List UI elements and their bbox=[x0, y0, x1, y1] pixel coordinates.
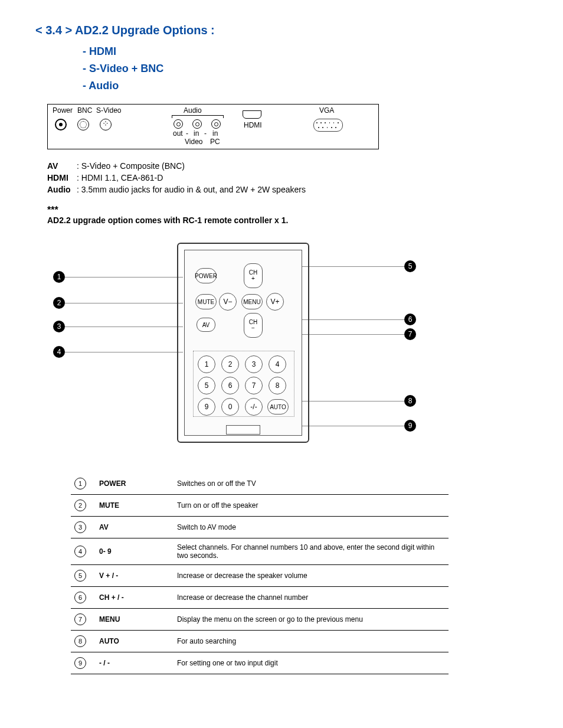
remote-digit-4: 4 bbox=[269, 355, 286, 373]
remote-ir-window bbox=[226, 425, 260, 435]
remote-body: POWER CH + MUTE V− MENU V+ AV CH − 1 2 3… bbox=[184, 250, 302, 436]
legend-desc-cell: Switches on or off the TV bbox=[174, 473, 449, 495]
legend-number-cell: 2 bbox=[71, 495, 96, 517]
legend-number-badge: 6 bbox=[74, 592, 86, 603]
remote-av-button: AV bbox=[197, 318, 215, 332]
svideo-port-icon bbox=[100, 119, 112, 130]
legend-number-cell: 6 bbox=[71, 587, 96, 609]
legend-key-cell: CH + / - bbox=[96, 587, 174, 609]
callout-5: 5 bbox=[404, 260, 416, 272]
callout-8: 8 bbox=[404, 395, 416, 407]
legend-key-cell: MENU bbox=[96, 609, 174, 631]
vga-port-icon bbox=[313, 119, 343, 132]
remote-vol-down-button: V− bbox=[219, 293, 237, 311]
definitions-block: AV: S-Video + Composite (BNC) HDMI: HDMI… bbox=[47, 161, 528, 194]
legend-desc-cell: Display the menu on the screen or go to … bbox=[174, 609, 449, 631]
remote-digit-3: 3 bbox=[245, 355, 263, 373]
sub-heading-hdmi: - HDMI bbox=[83, 45, 528, 58]
leader-7 bbox=[301, 334, 404, 335]
bnc-port-icon bbox=[77, 119, 89, 130]
port-panel: Power BNC S-Video Audio out - in - in Vi… bbox=[47, 104, 379, 149]
label-out: out bbox=[173, 129, 183, 138]
legend-desc-cell: Increase or decrease the speaker volume bbox=[174, 565, 449, 587]
remote-auto-button: AUTO bbox=[267, 399, 289, 414]
callout-3: 3 bbox=[53, 321, 65, 332]
legend-number-cell: 7 bbox=[71, 609, 96, 631]
label-hdmi: HDMI bbox=[244, 121, 262, 129]
label-bnc: BNC bbox=[77, 106, 92, 115]
table-row: 3AVSwitch to AV mode bbox=[71, 517, 449, 538]
legend-number-badge: 5 bbox=[74, 570, 86, 582]
remote-digit-2: 2 bbox=[221, 355, 239, 373]
audio-out-jack-icon bbox=[174, 119, 183, 129]
legend-number-badge: 7 bbox=[74, 613, 86, 625]
audio-group-bar bbox=[172, 115, 224, 118]
legend-key-cell: AV bbox=[96, 517, 174, 538]
def-hdmi-key: HDMI bbox=[47, 173, 77, 182]
audio-in-video-jack-icon bbox=[192, 119, 202, 129]
note-line: AD2.2 upgrade option comes with RC-1 rem… bbox=[47, 216, 528, 225]
ch-up-text-bot: + bbox=[251, 276, 255, 282]
label-in-2: in bbox=[212, 129, 218, 138]
leader-8 bbox=[301, 401, 404, 401]
ch-down-text-bot: − bbox=[251, 325, 255, 331]
legend-number-cell: 8 bbox=[71, 631, 96, 652]
legend-desc-cell: For auto searching bbox=[174, 631, 449, 652]
def-hdmi-val: : HDMI 1.1, CEA-861-D bbox=[77, 173, 163, 182]
legend-desc-cell: Switch to AV mode bbox=[174, 517, 449, 538]
remote-twodigit-button: -/- bbox=[245, 398, 263, 416]
leader-2 bbox=[65, 303, 183, 303]
label-in-1: in bbox=[194, 129, 199, 138]
sub-heading-audio: - Audio bbox=[83, 80, 528, 92]
note-stars: *** bbox=[47, 205, 528, 216]
leader-1 bbox=[65, 277, 183, 278]
legend-number-badge: 3 bbox=[74, 521, 86, 533]
label-power: Power bbox=[53, 106, 73, 115]
legend-number-cell: 9 bbox=[71, 652, 96, 674]
remote-digit-5: 5 bbox=[198, 377, 215, 394]
remote-digit-1: 1 bbox=[198, 355, 215, 373]
legend-key-cell: AUTO bbox=[96, 631, 174, 652]
remote-digit-7: 7 bbox=[245, 377, 263, 394]
remote-digit-8: 8 bbox=[269, 377, 286, 394]
legend-number-cell: 5 bbox=[71, 565, 96, 587]
audio-in-pc-jack-icon bbox=[211, 119, 221, 129]
remote-digit-0: 0 bbox=[221, 398, 239, 416]
legend-desc-cell: Select channels. For channel numbers 10 … bbox=[174, 538, 449, 565]
leader-4 bbox=[65, 352, 183, 352]
note-block: *** AD2.2 upgrade option comes with RC-1… bbox=[47, 205, 528, 225]
remote-ch-up-button: CH + bbox=[244, 263, 263, 288]
label-audio: Audio bbox=[184, 106, 202, 115]
legend-desc-cell: Turn on or off the speaker bbox=[174, 495, 449, 517]
table-row: 1POWERSwitches on or off the TV bbox=[71, 473, 449, 495]
callout-2: 2 bbox=[53, 297, 65, 309]
legend-desc-cell: Increase or decrease the channel number bbox=[174, 587, 449, 609]
sub-heading-svideo-bnc: - S-Video + BNC bbox=[83, 63, 528, 75]
label-svideo: S-Video bbox=[96, 106, 121, 115]
remote-power-button: POWER bbox=[195, 268, 217, 283]
table-row: 2MUTETurn on or off the speaker bbox=[71, 495, 449, 517]
table-row: 7MENUDisplay the menu on the screen or g… bbox=[71, 609, 449, 631]
def-audio-val: : 3.5mm audio jacks for audio in & out, … bbox=[77, 185, 306, 194]
remote-mute-button: MUTE bbox=[195, 294, 217, 309]
table-row: 5V + / -Increase or decrease the speaker… bbox=[71, 565, 449, 587]
callout-9: 9 bbox=[404, 420, 416, 432]
def-av-key: AV bbox=[47, 161, 77, 171]
table-row: 8AUTOFor auto searching bbox=[71, 631, 449, 652]
callout-1: 1 bbox=[53, 271, 65, 283]
legend-key-cell: MUTE bbox=[96, 495, 174, 517]
legend-number-badge: 9 bbox=[74, 657, 86, 669]
section-heading: < 3.4 > AD2.2 Upgrade Options : bbox=[35, 24, 528, 37]
power-port-icon bbox=[55, 119, 67, 130]
legend-key-cell: POWER bbox=[96, 473, 174, 495]
remote-legend-table: 1POWERSwitches on or off the TV2MUTETurn… bbox=[71, 473, 449, 674]
label-pc: PC bbox=[210, 138, 220, 146]
legend-key-cell: 0- 9 bbox=[96, 538, 174, 565]
remote-vol-up-button: V+ bbox=[266, 293, 284, 311]
callout-6: 6 bbox=[404, 314, 416, 325]
leader-9 bbox=[301, 426, 404, 426]
label-video: Video bbox=[185, 138, 202, 146]
def-audio-key: Audio bbox=[47, 185, 77, 194]
remote-figure: 1 2 3 4 5 6 7 8 9 POWER CH + MUTE V− MEN… bbox=[53, 243, 431, 455]
legend-number-badge: 2 bbox=[74, 500, 86, 511]
